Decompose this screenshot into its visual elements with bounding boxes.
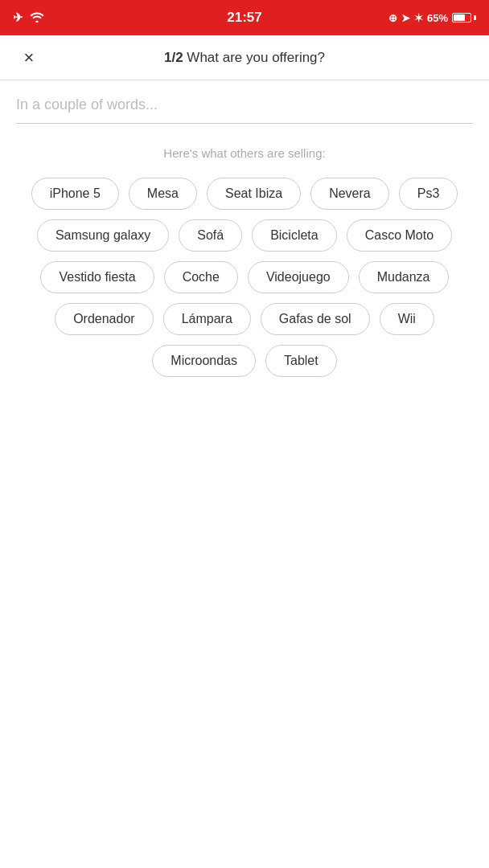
location-icon: ⊕ xyxy=(388,12,397,24)
plane-icon: ✈ xyxy=(13,10,23,25)
tag-item[interactable]: Coche xyxy=(164,261,238,293)
nav-header: × 1/2 What are you offering? xyxy=(0,35,489,80)
tag-item[interactable]: Nevera xyxy=(310,178,389,210)
tag-item[interactable]: Videojuego xyxy=(248,261,349,293)
tag-item[interactable]: Mudanza xyxy=(359,261,449,293)
status-bar-left: ✈ xyxy=(13,10,44,25)
tag-item[interactable]: Seat Ibiza xyxy=(207,178,301,210)
tag-item[interactable]: Gafas de sol xyxy=(261,303,370,335)
tag-item[interactable]: Samsung galaxy xyxy=(37,219,169,252)
tag-item[interactable]: Bicicleta xyxy=(252,219,337,252)
tag-item[interactable]: iPhone 5 xyxy=(31,178,119,210)
tag-item[interactable]: Lámpara xyxy=(163,303,251,335)
title-text: What are you offering? xyxy=(183,50,325,65)
tag-item[interactable]: Wii xyxy=(380,303,434,335)
main-content: Here's what others are selling: iPhone 5… xyxy=(0,80,489,377)
tag-item[interactable]: Ps3 xyxy=(399,178,458,210)
tag-item[interactable]: Microondas xyxy=(152,345,256,377)
tag-item[interactable]: Ordenador xyxy=(55,303,154,335)
status-bar: ✈ 21:57 ⊕ ➤ ✶ 65% xyxy=(0,0,489,35)
tag-item[interactable]: Sofá xyxy=(179,219,242,252)
status-bar-right: ⊕ ➤ ✶ 65% xyxy=(388,12,476,24)
search-input[interactable] xyxy=(16,80,473,124)
navigation-icon: ➤ xyxy=(401,12,410,24)
step-indicator: 1/2 xyxy=(164,50,183,65)
wifi-icon xyxy=(30,11,44,25)
status-bar-time: 21:57 xyxy=(227,10,261,26)
tags-container: iPhone 5MesaSeat IbizaNeveraPs3Samsung g… xyxy=(16,178,473,377)
tag-item[interactable]: Casco Moto xyxy=(347,219,452,252)
tag-item[interactable]: Mesa xyxy=(129,178,197,210)
tag-item[interactable]: Tablet xyxy=(265,345,337,377)
battery-icon xyxy=(452,13,476,23)
bluetooth-icon: ✶ xyxy=(414,12,423,24)
battery-percent: 65% xyxy=(427,12,448,24)
suggestions-label: Here's what others are selling: xyxy=(16,146,473,160)
close-button[interactable]: × xyxy=(16,45,42,71)
page-title: 1/2 What are you offering? xyxy=(164,50,325,66)
tag-item[interactable]: Vestido fiesta xyxy=(40,261,154,293)
